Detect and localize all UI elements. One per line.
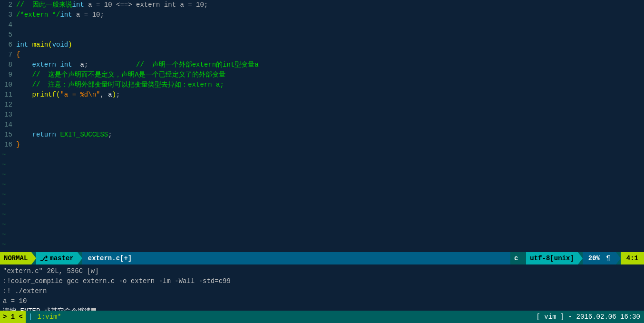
code-line-12: 12 <box>0 100 644 110</box>
cursor-position: 4:1 <box>621 252 644 264</box>
bottom-right-section: [ vim ] - 2016.02.06 16:30 <box>537 313 644 321</box>
vim-label: 1:vim* <box>35 313 63 321</box>
code-line-11: 11 printf("a = %d\n", a); <box>0 90 644 100</box>
tilde-11: ~ <box>0 250 644 252</box>
line-number-16: 16 <box>2 140 16 150</box>
code-content: 2 // 因此一般来说int a = 10 <==> extern int a … <box>0 0 644 252</box>
encoding-indicator: utf-8[unix] <box>526 252 577 264</box>
code-line-4: 4 <box>0 20 644 30</box>
code-line-9: 9 // 这是个声明而不是定义，声明A是一个已经定义了的外部变量 <box>0 70 644 80</box>
line-text-9: // 这是个声明而不是定义，声明A是一个已经定义了的外部变量 <box>16 70 225 80</box>
editor-area: 2 // 因此一般来说int a = 10 <==> extern int a … <box>0 0 644 252</box>
line-text-16: } <box>16 140 20 150</box>
code-line-13: 13 <box>0 110 644 120</box>
line-text-10: // 注意：声明外部变量时可以把变量类型去掉如：extern a; <box>16 80 224 90</box>
file-info-line: "extern.c" 20L, 536C [w] <box>3 266 641 276</box>
code-line-3: 3 /*extern */int a = 10; <box>0 10 644 20</box>
bottom-bar: > 1 < | 1:vim* [ vim ] - 2016.02.06 16:3… <box>0 311 644 323</box>
tilde-3: ~ <box>0 170 644 180</box>
line-number-12: 12 <box>2 100 16 110</box>
run-cmd-line: :! ./extern <box>3 286 641 296</box>
code-line-7: 7 { <box>0 50 644 60</box>
mode-label: NORMAL <box>4 254 28 262</box>
tilde-6: ~ <box>0 200 644 210</box>
encoding-text: utf-8[unix] <box>530 254 574 262</box>
line-text-2: // 因此一般来说int a = 10 <==> extern int a = … <box>16 0 208 10</box>
scroll-percent: 20% ¶ <box>583 252 616 264</box>
tilde-10: ~ <box>0 240 644 250</box>
status-right: c utf-8[unix] 20% ¶ 4:1 <box>510 252 644 264</box>
code-line-16: 16 } <box>0 140 644 150</box>
line-number-7: 7 <box>2 50 16 60</box>
branch-name: master <box>49 254 73 262</box>
output-line: a = 10 <box>3 296 641 306</box>
code-line-6: 6 int main(void) <box>0 40 644 50</box>
line-text-15: return EXIT_SUCCESS; <box>16 130 112 140</box>
tilde-9: ~ <box>0 230 644 240</box>
line-number-14: 14 <box>2 120 16 130</box>
line-text-6: int main(void) <box>16 40 72 50</box>
code-line-5: 5 <box>0 30 644 40</box>
line-number-5: 5 <box>2 30 16 40</box>
tab-number: > 1 < <box>0 311 26 323</box>
line-text-11: printf("a = %d\n", a); <box>16 90 120 100</box>
percent-text: 20% ¶ <box>588 254 610 262</box>
filename-indicator: extern.c[+] <box>82 252 510 264</box>
code-line-2: 2 // 因此一般来说int a = 10 <==> extern int a … <box>0 0 644 10</box>
code-line-8: 8 extern int a; // 声明一个外部extern的int型变量a <box>0 60 644 70</box>
status-bar: NORMAL ⎇ master extern.c[+] c utf-8[unix… <box>0 252 644 264</box>
line-number-8: 8 <box>2 60 16 70</box>
branch-indicator: ⎇ master <box>36 252 77 264</box>
line-col-text: 4:1 <box>626 254 638 262</box>
line-number-13: 13 <box>2 110 16 120</box>
tilde-4: ~ <box>0 180 644 190</box>
tilde-1: ~ <box>0 150 644 160</box>
bottom-left-section: > 1 < | 1:vim* <box>0 311 63 323</box>
line-number-4: 4 <box>2 20 16 30</box>
code-line-15: 15 return EXIT_SUCCESS; <box>0 130 644 140</box>
tilde-2: ~ <box>0 160 644 170</box>
code-line-14: 14 <box>0 120 644 130</box>
filename-text: extern.c[+] <box>88 254 132 262</box>
filetype-text: c <box>514 254 518 262</box>
bottom-separator: | <box>26 313 35 321</box>
filetype-indicator: c <box>510 252 522 264</box>
tilde-8: ~ <box>0 220 644 230</box>
line-number-2: 2 <box>2 0 16 10</box>
line-number-6: 6 <box>2 40 16 50</box>
vim-datetime: [ vim ] - 2016.02.06 16:30 <box>537 313 640 321</box>
line-number-15: 15 <box>2 130 16 140</box>
line-text-8: extern int a; // 声明一个外部extern的int型变量a <box>16 60 259 70</box>
tilde-7: ~ <box>0 210 644 220</box>
line-text-3: /*extern */int a = 10; <box>16 10 104 20</box>
branch-icon: ⎇ <box>40 254 48 263</box>
tilde-5: ~ <box>0 190 644 200</box>
compile-cmd-line: :!color_compile gcc extern.c -o extern -… <box>3 276 641 286</box>
line-number-11: 11 <box>2 90 16 100</box>
line-number-10: 10 <box>2 80 16 90</box>
code-line-10: 10 // 注意：声明外部变量时可以把变量类型去掉如：extern a; <box>0 80 644 90</box>
line-number-9: 9 <box>2 70 16 80</box>
mode-indicator: NORMAL <box>0 252 31 264</box>
line-text-7: { <box>16 50 20 60</box>
line-number-3: 3 <box>2 10 16 20</box>
